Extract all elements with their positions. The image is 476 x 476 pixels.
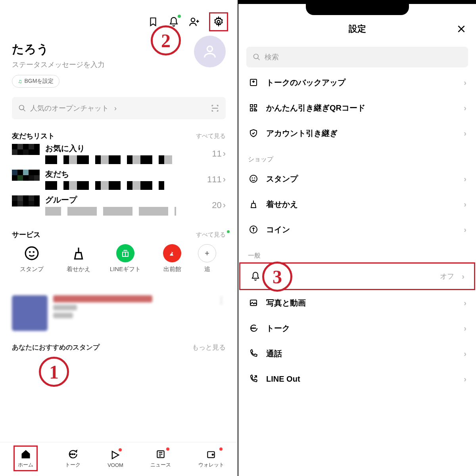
annotation-1: 1: [39, 357, 69, 387]
pixelated-avatar-icon: [12, 170, 40, 189]
settings-category-general: 一般: [238, 242, 476, 262]
news-icon: [155, 448, 167, 460]
pixelated-avatar-icon: [12, 195, 40, 215]
svg-point-2: [207, 46, 212, 52]
home-icon: [20, 448, 32, 460]
settings-row-theme[interactable]: 着せかえ ›: [238, 191, 476, 217]
friends-row-favorites[interactable]: お気に入り 11›: [0, 141, 238, 166]
demaekan-icon: [163, 244, 181, 262]
notification-dot-icon: [119, 448, 122, 451]
settings-screen: 設定 検索 トークのバックアップ › かんたん引き継ぎQRコード › アカウント…: [238, 0, 476, 476]
coin-icon: [248, 224, 259, 235]
bgm-button[interactable]: ♫ BGMを設定: [12, 75, 60, 88]
row-label: スタンプ: [266, 174, 298, 184]
settings-row-talk[interactable]: トーク ›: [238, 315, 476, 341]
friends-row-name: 友だち: [45, 169, 202, 180]
annotation-2: 2: [151, 25, 181, 55]
content-thumbnail-icon: [12, 295, 48, 331]
tab-talk[interactable]: トーク: [65, 448, 81, 468]
friends-row-name: お気に入り: [45, 143, 206, 154]
openchat-search[interactable]: 人気のオープンチャット ›: [12, 97, 226, 119]
profile-name[interactable]: たろう: [12, 41, 226, 57]
chevron-right-icon: ›: [464, 298, 466, 308]
content-lines: [53, 295, 211, 318]
chevron-right-icon: ›: [464, 349, 466, 358]
pixelated-names-icon: [45, 207, 176, 216]
friends-row-count: 11: [212, 149, 221, 159]
svg-point-21: [255, 178, 255, 178]
brush-icon: [69, 244, 88, 262]
svg-point-10: [74, 454, 75, 455]
add-friend-icon[interactable]: [188, 16, 200, 28]
row-label: LINE Out: [266, 375, 300, 384]
svg-point-8: [70, 454, 71, 455]
recommendations-header: あなたにおすすめのスタンプ もっと見る: [0, 343, 238, 352]
more-dots-icon[interactable]: ⋮: [217, 295, 226, 306]
friends-row-friends[interactable]: 友だち 111›: [0, 166, 238, 192]
settings-search[interactable]: 検索: [246, 47, 468, 67]
tab-wallet[interactable]: ウォレット: [198, 448, 224, 468]
settings-row-backup[interactable]: トークのバックアップ ›: [238, 70, 476, 95]
svg-point-1: [217, 21, 220, 23]
tab-home-highlight: ホーム: [13, 445, 38, 471]
recs-more[interactable]: もっと見る: [192, 343, 226, 352]
qr-scan-icon[interactable]: [211, 104, 219, 113]
close-button[interactable]: [455, 23, 467, 35]
settings-row-lineout[interactable]: LINE Out ›: [238, 366, 476, 392]
svg-point-4: [25, 247, 38, 260]
tab-home[interactable]: ホーム: [18, 448, 33, 468]
services-see-all[interactable]: すべて見る: [196, 231, 226, 239]
settings-row-photo[interactable]: 写真と動画 ›: [238, 290, 476, 315]
settings-row-qr[interactable]: かんたん引き継ぎQRコード ›: [238, 95, 476, 120]
service-stamp[interactable]: スタンプ: [12, 244, 52, 273]
friends-row-groups[interactable]: グループ 20›: [0, 192, 238, 218]
services-header: サービス: [12, 230, 40, 239]
smiley-icon: [248, 173, 259, 184]
music-note-icon: ♫: [18, 78, 22, 84]
service-label: 着せかえ: [67, 266, 90, 273]
tab-label: トーク: [65, 461, 81, 468]
settings-row-coin[interactable]: コイン ›: [238, 217, 476, 242]
chat-bubble-icon: [67, 448, 79, 460]
svg-point-0: [191, 18, 195, 22]
settings-row-stamp[interactable]: スタンプ ›: [238, 166, 476, 191]
svg-point-9: [72, 454, 73, 455]
service-add[interactable]: 追: [199, 244, 215, 273]
friends-see-all[interactable]: すべて見る: [196, 132, 226, 140]
svg-rect-16: [250, 105, 253, 107]
bell-icon: [250, 271, 261, 282]
settings-row-call[interactable]: 通話 ›: [238, 341, 476, 366]
svg-point-5: [29, 252, 30, 252]
service-label: 出前館: [163, 266, 181, 273]
phone-out-icon: [248, 373, 259, 384]
row-label: 写真と動画: [266, 298, 306, 308]
service-demaekan[interactable]: 出前館: [152, 244, 192, 273]
brush-icon: [248, 199, 259, 210]
gear-icon[interactable]: [213, 16, 225, 28]
settings-row-account[interactable]: アカウント引き継ぎ ›: [238, 120, 476, 146]
tab-voom[interactable]: VOOM: [107, 449, 123, 468]
avatar[interactable]: [194, 36, 226, 67]
tab-label: VOOM: [107, 462, 123, 468]
service-gift[interactable]: LINEギフト: [106, 244, 145, 273]
row-label: かんたん引き継ぎQRコード: [266, 103, 365, 113]
svg-point-24: [251, 328, 252, 329]
search-icon: [253, 53, 261, 61]
service-theme[interactable]: 着せかえ: [59, 244, 98, 273]
wallet-icon: [205, 448, 217, 460]
bookmark-icon[interactable]: [147, 16, 159, 28]
annotation-3: 3: [262, 262, 292, 292]
profile-block: たろう ステータスメッセージを入力 ♫ BGMを設定: [0, 32, 238, 88]
tab-news[interactable]: ニュース: [150, 448, 171, 468]
phone-icon: [248, 348, 259, 359]
recs-title: あなたにおすすめのスタンプ: [12, 343, 100, 352]
tab-label: ウォレット: [198, 461, 224, 468]
settings-category-shop: ショップ: [238, 146, 476, 166]
content-card[interactable]: ⋮: [12, 295, 226, 331]
backup-icon: [248, 77, 259, 88]
friends-header: 友だちリスト: [12, 131, 55, 141]
settings-title: 設定: [349, 23, 366, 35]
qr-icon: [248, 102, 259, 113]
tab-label: ニュース: [150, 461, 171, 468]
status-message[interactable]: ステータスメッセージを入力: [12, 60, 226, 69]
